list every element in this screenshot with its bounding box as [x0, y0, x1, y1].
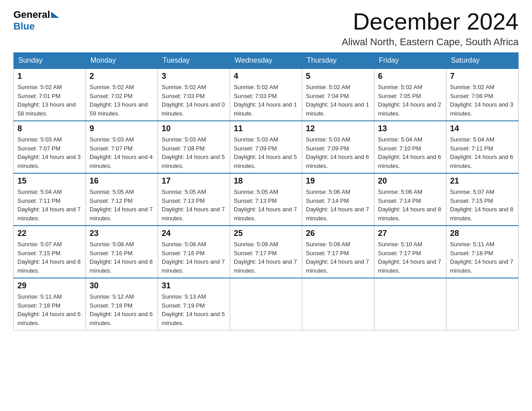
calendar-cell	[230, 278, 302, 330]
day-number: 6	[378, 72, 442, 81]
day-number: 19	[306, 176, 370, 186]
day-number: 1	[17, 72, 82, 81]
month-title: December 2024	[342, 9, 519, 34]
weekday-header-friday: Friday	[374, 53, 446, 69]
day-info: Sunrise: 5:11 AMSunset: 7:18 PMDaylight:…	[450, 240, 515, 275]
day-number: 20	[378, 176, 442, 186]
calendar-table: SundayMondayTuesdayWednesdayThursdayFrid…	[13, 52, 519, 330]
day-info: Sunrise: 5:02 AMSunset: 7:04 PMDaylight:…	[306, 83, 370, 118]
logo: General Blue	[13, 9, 60, 32]
calendar-cell: 22Sunrise: 5:07 AMSunset: 7:15 PMDayligh…	[14, 226, 86, 278]
calendar-cell: 6Sunrise: 5:02 AMSunset: 7:05 PMDaylight…	[374, 68, 446, 121]
day-info: Sunrise: 5:07 AMSunset: 7:15 PMDaylight:…	[17, 240, 82, 275]
calendar-cell: 11Sunrise: 5:03 AMSunset: 7:09 PMDayligh…	[230, 121, 302, 173]
day-number: 14	[450, 124, 515, 133]
calendar-cell: 8Sunrise: 5:03 AMSunset: 7:07 PMDaylight…	[14, 121, 86, 173]
day-number: 4	[234, 72, 298, 81]
calendar-cell: 17Sunrise: 5:05 AMSunset: 7:13 PMDayligh…	[158, 173, 230, 226]
day-info: Sunrise: 5:02 AMSunset: 7:06 PMDaylight:…	[450, 83, 515, 118]
day-info: Sunrise: 5:09 AMSunset: 7:17 PMDaylight:…	[234, 240, 298, 275]
day-number: 3	[162, 72, 226, 81]
location-title: Aliwal North, Eastern Cape, South Africa	[342, 36, 519, 48]
calendar-cell: 15Sunrise: 5:04 AMSunset: 7:11 PMDayligh…	[14, 173, 86, 226]
day-info: Sunrise: 5:02 AMSunset: 7:01 PMDaylight:…	[17, 83, 82, 118]
day-number: 30	[90, 281, 154, 291]
calendar-cell: 31Sunrise: 5:13 AMSunset: 7:19 PMDayligh…	[158, 278, 230, 330]
day-number: 21	[450, 176, 515, 186]
day-number: 29	[17, 281, 82, 291]
day-info: Sunrise: 5:04 AMSunset: 7:10 PMDaylight:…	[378, 135, 442, 170]
title-area: December 2024 Aliwal North, Eastern Cape…	[342, 9, 519, 48]
day-info: Sunrise: 5:02 AMSunset: 7:05 PMDaylight:…	[378, 83, 442, 118]
day-number: 25	[234, 229, 298, 238]
day-info: Sunrise: 5:03 AMSunset: 7:09 PMDaylight:…	[234, 135, 298, 170]
day-number: 16	[90, 176, 154, 186]
day-info: Sunrise: 5:05 AMSunset: 7:12 PMDaylight:…	[90, 188, 154, 223]
day-number: 27	[378, 229, 442, 238]
day-info: Sunrise: 5:06 AMSunset: 7:14 PMDaylight:…	[378, 188, 442, 223]
day-number: 24	[162, 229, 226, 238]
calendar-cell: 19Sunrise: 5:06 AMSunset: 7:14 PMDayligh…	[302, 173, 374, 226]
calendar-cell: 14Sunrise: 5:04 AMSunset: 7:11 PMDayligh…	[446, 121, 519, 173]
day-number: 2	[90, 72, 154, 81]
header: General Blue December 2024 Aliwal North,…	[13, 9, 519, 48]
day-info: Sunrise: 5:03 AMSunset: 7:09 PMDaylight:…	[306, 135, 370, 170]
calendar-cell: 7Sunrise: 5:02 AMSunset: 7:06 PMDaylight…	[446, 68, 519, 121]
day-info: Sunrise: 5:02 AMSunset: 7:03 PMDaylight:…	[234, 83, 298, 118]
calendar-cell	[302, 278, 374, 330]
day-number: 12	[306, 124, 370, 133]
day-info: Sunrise: 5:05 AMSunset: 7:13 PMDaylight:…	[234, 188, 298, 223]
day-number: 31	[162, 281, 226, 291]
calendar-week-row: 8Sunrise: 5:03 AMSunset: 7:07 PMDaylight…	[14, 121, 519, 173]
calendar-cell: 25Sunrise: 5:09 AMSunset: 7:17 PMDayligh…	[230, 226, 302, 278]
calendar-week-row: 29Sunrise: 5:11 AMSunset: 7:18 PMDayligh…	[14, 278, 519, 330]
calendar-cell: 2Sunrise: 5:02 AMSunset: 7:02 PMDaylight…	[86, 68, 158, 121]
calendar-cell	[446, 278, 519, 330]
day-info: Sunrise: 5:02 AMSunset: 7:03 PMDaylight:…	[162, 83, 226, 118]
day-info: Sunrise: 5:02 AMSunset: 7:02 PMDaylight:…	[90, 83, 154, 118]
calendar-cell: 9Sunrise: 5:03 AMSunset: 7:07 PMDaylight…	[86, 121, 158, 173]
day-info: Sunrise: 5:07 AMSunset: 7:15 PMDaylight:…	[450, 188, 515, 223]
day-number: 11	[234, 124, 298, 133]
day-info: Sunrise: 5:08 AMSunset: 7:16 PMDaylight:…	[90, 240, 154, 275]
day-info: Sunrise: 5:09 AMSunset: 7:17 PMDaylight:…	[306, 240, 370, 275]
day-info: Sunrise: 5:05 AMSunset: 7:13 PMDaylight:…	[162, 188, 226, 223]
calendar-cell: 3Sunrise: 5:02 AMSunset: 7:03 PMDaylight…	[158, 68, 230, 121]
weekday-header-monday: Monday	[86, 53, 158, 69]
calendar-cell: 18Sunrise: 5:05 AMSunset: 7:13 PMDayligh…	[230, 173, 302, 226]
day-number: 28	[450, 229, 515, 238]
calendar-cell: 23Sunrise: 5:08 AMSunset: 7:16 PMDayligh…	[86, 226, 158, 278]
day-info: Sunrise: 5:13 AMSunset: 7:19 PMDaylight:…	[162, 292, 226, 327]
calendar-cell: 16Sunrise: 5:05 AMSunset: 7:12 PMDayligh…	[86, 173, 158, 226]
calendar-cell: 29Sunrise: 5:11 AMSunset: 7:18 PMDayligh…	[14, 278, 86, 330]
day-info: Sunrise: 5:03 AMSunset: 7:07 PMDaylight:…	[17, 135, 82, 170]
calendar-cell: 10Sunrise: 5:03 AMSunset: 7:08 PMDayligh…	[158, 121, 230, 173]
calendar-cell: 30Sunrise: 5:12 AMSunset: 7:18 PMDayligh…	[86, 278, 158, 330]
calendar-week-row: 22Sunrise: 5:07 AMSunset: 7:15 PMDayligh…	[14, 226, 519, 278]
day-info: Sunrise: 5:04 AMSunset: 7:11 PMDaylight:…	[450, 135, 515, 170]
calendar-cell	[374, 278, 446, 330]
day-number: 22	[17, 229, 82, 238]
day-number: 8	[17, 124, 82, 133]
weekday-header-saturday: Saturday	[446, 53, 519, 69]
weekday-header-thursday: Thursday	[302, 53, 374, 69]
day-number: 26	[306, 229, 370, 238]
day-info: Sunrise: 5:11 AMSunset: 7:18 PMDaylight:…	[17, 292, 82, 327]
day-info: Sunrise: 5:03 AMSunset: 7:07 PMDaylight:…	[90, 135, 154, 170]
day-info: Sunrise: 5:03 AMSunset: 7:08 PMDaylight:…	[162, 135, 226, 170]
calendar-week-row: 1Sunrise: 5:02 AMSunset: 7:01 PMDaylight…	[14, 68, 519, 121]
calendar-cell: 20Sunrise: 5:06 AMSunset: 7:14 PMDayligh…	[374, 173, 446, 226]
calendar-cell: 5Sunrise: 5:02 AMSunset: 7:04 PMDaylight…	[302, 68, 374, 121]
calendar-week-row: 15Sunrise: 5:04 AMSunset: 7:11 PMDayligh…	[14, 173, 519, 226]
logo-blue-text: Blue	[13, 21, 35, 32]
day-number: 17	[162, 176, 226, 186]
day-number: 10	[162, 124, 226, 133]
weekday-header-row: SundayMondayTuesdayWednesdayThursdayFrid…	[14, 53, 519, 69]
day-number: 15	[17, 176, 82, 186]
day-info: Sunrise: 5:10 AMSunset: 7:17 PMDaylight:…	[378, 240, 442, 275]
calendar-cell: 26Sunrise: 5:09 AMSunset: 7:17 PMDayligh…	[302, 226, 374, 278]
day-info: Sunrise: 5:08 AMSunset: 7:16 PMDaylight:…	[162, 240, 226, 275]
day-number: 5	[306, 72, 370, 81]
day-info: Sunrise: 5:04 AMSunset: 7:11 PMDaylight:…	[17, 188, 82, 223]
weekday-header-sunday: Sunday	[14, 53, 86, 69]
